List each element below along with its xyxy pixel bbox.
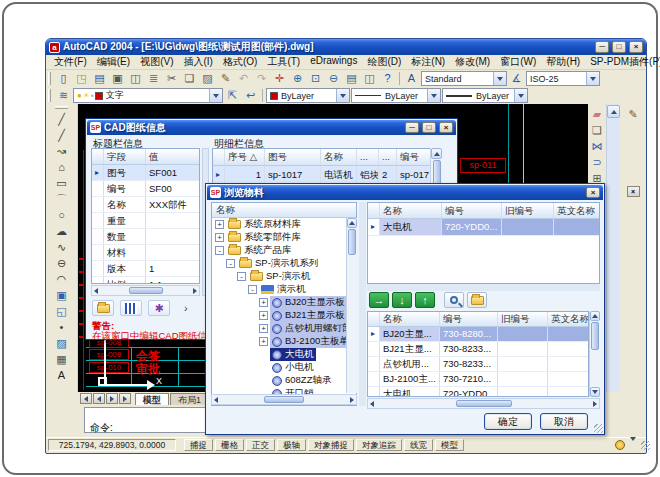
dialog-close-button[interactable]: ×	[586, 187, 600, 198]
menu-item-修改(M)[interactable]: 修改(M)	[450, 55, 495, 69]
menu-item-编辑(E)[interactable]: 编辑(E)	[92, 55, 135, 69]
status-toggle-捕捉[interactable]: 捕捉	[184, 439, 213, 451]
barcode-button[interactable]	[120, 300, 142, 316]
region-button[interactable]: ▦	[53, 352, 71, 368]
tree-item-SP-演示机[interactable]: -SP-演示机	[212, 270, 356, 283]
scroll-thumb[interactable]	[264, 396, 304, 403]
ellipse-arc-button[interactable]: ◠	[53, 272, 71, 288]
toolbar-close-button[interactable]: ×	[627, 186, 640, 197]
column-header-旧编号[interactable]: 旧编号	[498, 312, 548, 326]
dialog-minimize-button[interactable]: ─	[405, 122, 419, 133]
column-header-名称[interactable]: 名称	[380, 312, 440, 326]
mirror-button[interactable]: ⋈	[588, 139, 606, 155]
menu-item-帮助(H)[interactable]: 帮助(H)	[541, 55, 585, 69]
status-toggle-对象捕捉[interactable]: 对象捕捉	[308, 439, 354, 451]
expand-toggle-icon[interactable]: -	[237, 272, 246, 281]
properties-button[interactable]: ▤	[343, 71, 360, 86]
canvas-vertical-scrollbar[interactable]	[606, 104, 620, 392]
add-material-button[interactable]: →	[369, 292, 389, 308]
design-center-button[interactable]: ◫	[361, 71, 378, 86]
ok-button[interactable]: 确定	[484, 413, 532, 430]
tree-item-大电机[interactable]: 大电机	[212, 348, 356, 361]
layer-previous-icon[interactable]: ↩	[242, 88, 259, 103]
toolbar-grip[interactable]	[55, 106, 68, 109]
material-list-table[interactable]: 名称编号旧编号英文名称▸BJ20主显...730-8280...BJ21主显..…	[367, 311, 589, 397]
table-row[interactable]: 重量	[92, 213, 199, 229]
column-header-值[interactable]: 值	[146, 149, 200, 164]
selected-material-table[interactable]: 名称编号旧编号英文名称▸大电机720-YDD0...	[367, 202, 600, 284]
column-header-marker[interactable]	[92, 149, 104, 164]
zoom-realtime-button[interactable]: ⊕	[289, 71, 306, 86]
more-tools-button[interactable]: ›	[184, 302, 188, 314]
menu-item-绘图(D)[interactable]: 绘图(D)	[362, 55, 406, 69]
tab-first-button[interactable]	[80, 393, 92, 404]
table-row[interactable]: ▸图号SF001	[92, 165, 199, 181]
scroll-up-button[interactable]	[347, 218, 357, 228]
help-button[interactable]: ?	[379, 71, 396, 86]
column-header-编号[interactable]: 编号	[442, 203, 502, 218]
table-row[interactable]: BJ21主显...730-8233...	[368, 342, 588, 357]
point-button[interactable]: •	[53, 320, 71, 336]
open-file-button[interactable]: ◳	[73, 71, 90, 86]
scroll-thumb[interactable]	[348, 229, 356, 255]
toolbar-grip[interactable]	[48, 72, 51, 85]
move-down-button[interactable]: ↓	[392, 292, 412, 308]
layer-combo[interactable]: ● ☀ ▪ 文字	[73, 88, 223, 103]
status-toggle-极轴[interactable]: 极轴	[277, 439, 306, 451]
status-toggle-模型[interactable]: 模型	[435, 439, 464, 451]
scroll-thumb[interactable]	[129, 287, 163, 294]
table-row[interactable]: 大电机720-YDD0...	[368, 387, 588, 397]
table-row[interactable]: 比例1:1	[92, 277, 199, 284]
table-row[interactable]: 名称XXX部件	[92, 197, 199, 213]
status-toggle-对象追踪[interactable]: 对象追踪	[356, 439, 402, 451]
dialog-close-button[interactable]: ×	[439, 122, 453, 133]
menu-item-插入(I)[interactable]: 插入(I)	[178, 55, 217, 69]
multiline-text-button[interactable]: A	[53, 368, 71, 384]
column-header-英文名称[interactable]: 英文名称	[554, 203, 600, 218]
copy-button[interactable]: ❏	[181, 71, 198, 86]
expand-toggle-icon[interactable]: +	[215, 233, 224, 242]
tree-item-点钞机用螺钉部件[interactable]: +点钞机用螺钉部件	[212, 322, 356, 335]
title-bar[interactable]: a AutoCAD 2004 - [E:\UG\dwg\图纸\测试用图(部件).…	[46, 39, 646, 55]
tree-item-608ZZ轴承[interactable]: 608ZZ轴承	[212, 374, 356, 387]
material-list-vscrollbar[interactable]	[589, 311, 600, 397]
status-toggle-正交[interactable]: 正交	[246, 439, 275, 451]
match-properties-button[interactable]: ✎	[217, 71, 234, 86]
column-header-marker[interactable]	[368, 312, 380, 326]
table-row[interactable]: ▸BJ20主显...730-8280...	[368, 327, 588, 342]
scroll-up-button[interactable]	[607, 105, 620, 118]
titleblock-fields-table[interactable]: 字段值▸图号SF001编号SF00名称XXX部件重量数量材料版本1比例1:1	[91, 148, 200, 284]
rectangle-button[interactable]: ▭	[53, 176, 71, 192]
dialog-resize-grip[interactable]	[594, 424, 603, 433]
tree-item-系统零部件库[interactable]: +系统零部件库	[212, 231, 356, 244]
tab-last-button[interactable]	[119, 393, 131, 404]
dialog-maximize-button[interactable]: □	[422, 122, 436, 133]
column-header-marker[interactable]	[213, 149, 225, 165]
spline-button[interactable]: ∿	[53, 240, 71, 256]
expand-toggle-icon[interactable]: +	[215, 220, 224, 229]
open-record-button[interactable]	[467, 292, 487, 308]
redo-button[interactable]: ↷	[253, 71, 270, 86]
lineweight-combo[interactable]: ByLayer	[442, 88, 528, 103]
tree-header[interactable]: 名称	[212, 203, 356, 218]
open-form-button[interactable]	[92, 300, 114, 316]
polygon-button[interactable]: ⌂	[53, 160, 71, 176]
layout-tab-布局1[interactable]: 布局1	[170, 393, 209, 405]
revision-cloud-button[interactable]: ☁	[53, 224, 71, 240]
erase-button[interactable]: ▰	[588, 107, 606, 123]
linetype-combo-dropdown-button[interactable]	[427, 89, 440, 102]
menu-item-eDrawings[interactable]: eDrawings	[305, 55, 362, 69]
copy-object-button[interactable]: ❏	[588, 123, 606, 139]
insert-block-button[interactable]: ▣	[53, 288, 71, 304]
column-header-英文名称[interactable]: 英文名称	[548, 312, 589, 326]
scroll-down-button[interactable]	[590, 387, 600, 397]
cancel-button[interactable]: 取消	[540, 413, 588, 430]
pan-realtime-button[interactable]: ✛	[271, 71, 288, 86]
communication-center-icon[interactable]	[615, 440, 625, 450]
cad-info-dialog-titlebar[interactable]: SP CAD图纸信息 ─ □ ×	[87, 120, 456, 135]
table-row[interactable]: ▸大电机720-YDD0...	[368, 219, 599, 236]
style-combo[interactable]: Standard	[421, 71, 507, 86]
column-header-序号 △[interactable]: 序号 △	[225, 149, 265, 165]
expand-toggle-icon[interactable]: -	[215, 246, 224, 255]
zoom-previous-button[interactable]: ⊖	[325, 71, 342, 86]
